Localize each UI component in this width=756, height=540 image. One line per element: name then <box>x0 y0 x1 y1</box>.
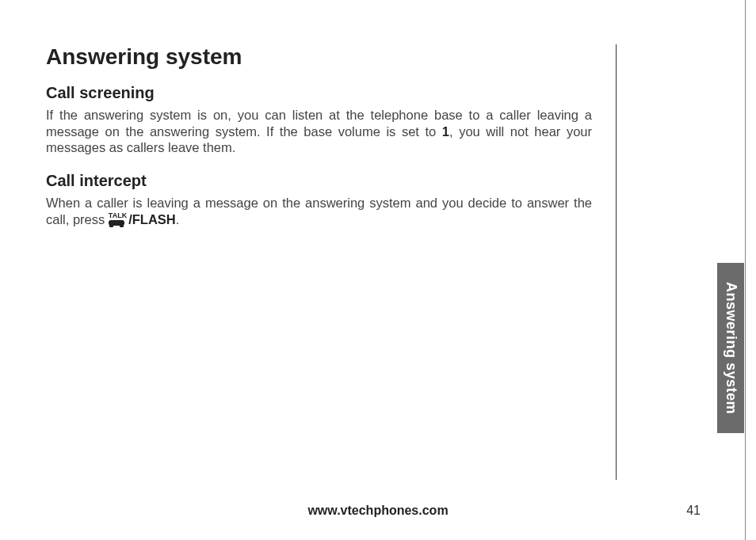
text-fragment: . <box>176 212 180 226</box>
talk-label: TALK <box>109 212 127 219</box>
side-tab-label: Answering system <box>723 282 739 414</box>
footer-url: www.vtechphones.com <box>307 504 448 517</box>
side-tab: Answering system <box>717 263 744 433</box>
footer: www.vtechphones.com <box>0 504 756 518</box>
section-title-call-screening: Call screening <box>46 84 592 102</box>
body-text-call-screening: If the answering system is on, you can l… <box>46 107 592 156</box>
flash-label: /FLASH <box>128 212 176 226</box>
page-container: Answering system Call screening If the a… <box>0 0 756 540</box>
page-number: 41 <box>686 504 701 518</box>
bold-digit-one: 1 <box>442 124 449 139</box>
section-title-call-intercept: Call intercept <box>46 172 592 190</box>
talk-flash-icon: TALK <box>109 212 127 229</box>
handset-icon <box>109 220 124 226</box>
content-area: Answering system Call screening If the a… <box>46 44 617 480</box>
right-margin-border <box>745 0 746 540</box>
body-text-call-intercept: When a caller is leaving a message on th… <box>46 195 592 229</box>
main-title: Answering system <box>46 44 592 70</box>
